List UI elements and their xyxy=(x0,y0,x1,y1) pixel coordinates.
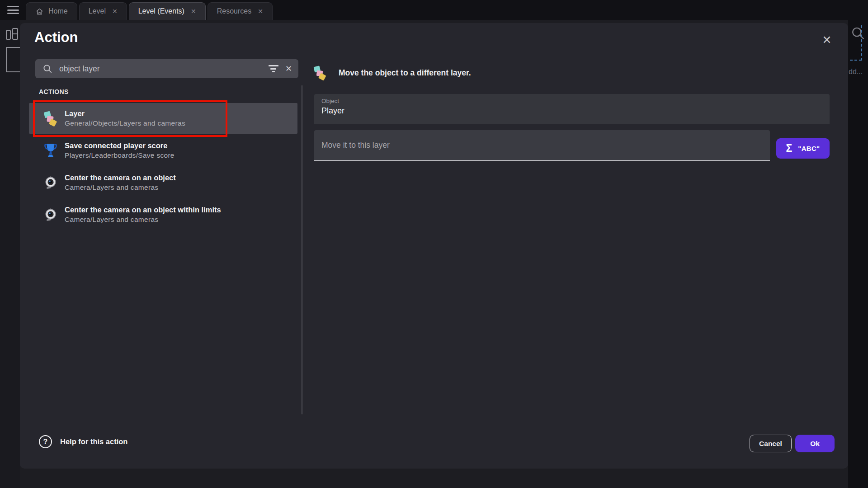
item-path: Players/Leaderboards/Save score xyxy=(65,151,175,160)
filter-icon[interactable] xyxy=(268,65,279,72)
panels-icon[interactable] xyxy=(6,28,19,40)
menu-icon[interactable] xyxy=(7,6,19,14)
dialog-title: Action xyxy=(34,29,78,46)
list-item-save-score[interactable]: Save connected player score Players/Lead… xyxy=(29,135,297,166)
layers-icon xyxy=(314,65,327,80)
help-icon: ? xyxy=(39,435,52,448)
close-icon[interactable]: ✕ xyxy=(112,8,118,15)
truncated-add-text: dd... xyxy=(849,68,868,76)
tab-home[interactable]: Home xyxy=(26,2,77,20)
trophy-icon xyxy=(43,141,58,160)
camera-icon xyxy=(43,206,58,224)
tab-label: Level (Events) xyxy=(138,7,184,15)
layers-icon xyxy=(43,109,58,127)
section-header: ACTIONS xyxy=(39,88,69,95)
list-item-center-camera-limits[interactable]: Center the camera on an object within li… xyxy=(29,199,297,230)
item-title: Center the camera on an object xyxy=(65,174,176,182)
layer-field xyxy=(314,130,770,161)
tab-level-events[interactable]: Level (Events) ✕ xyxy=(129,2,206,20)
expression-button-label: "ABC" xyxy=(798,145,820,152)
pane-divider xyxy=(302,85,302,414)
close-icon[interactable]: ✕ xyxy=(258,8,263,15)
tab-resources[interactable]: Resources ✕ xyxy=(208,2,273,20)
tab-label: Home xyxy=(48,7,68,15)
item-path: General/Objects/Layers and cameras xyxy=(65,119,185,127)
expression-editor-button[interactable]: Σ "ABC" xyxy=(776,138,830,159)
help-label: Help for this action xyxy=(60,437,127,446)
layer-field-input[interactable] xyxy=(321,141,763,150)
clear-search-icon[interactable]: ✕ xyxy=(285,64,292,74)
tab-strip: Home Level ✕ Level (Events) ✕ Resources … xyxy=(26,2,273,20)
object-field-input[interactable] xyxy=(321,106,822,116)
help-link[interactable]: ? Help for this action xyxy=(39,435,127,448)
item-title: Layer xyxy=(65,109,185,118)
tab-label: Level xyxy=(89,7,106,15)
item-title: Save connected player score xyxy=(65,141,175,150)
camera-icon xyxy=(43,174,58,192)
left-toolbar xyxy=(0,20,20,488)
close-icon[interactable]: ✕ xyxy=(819,32,835,47)
home-icon xyxy=(35,7,44,16)
list-item-layer[interactable]: Layer General/Objects/Layers and cameras xyxy=(29,103,297,134)
close-icon[interactable]: ✕ xyxy=(191,8,196,15)
gdevelop-app: Home Level ✕ Level (Events) ✕ Resources … xyxy=(0,0,868,488)
tab-level[interactable]: Level ✕ xyxy=(79,2,127,20)
cancel-button[interactable]: Cancel xyxy=(750,435,792,452)
action-dialog: Action ✕ ✕ ACTIONS Layer General/Objects… xyxy=(20,23,848,469)
tab-label: Resources xyxy=(217,7,251,15)
search-icon xyxy=(42,64,53,74)
tab-bar: Home Level ✕ Level (Events) ✕ Resources … xyxy=(0,0,868,20)
object-field: Object xyxy=(314,94,830,124)
action-search-input[interactable] xyxy=(59,64,268,74)
item-path: Camera/Layers and cameras xyxy=(65,216,221,224)
right-toolbar xyxy=(848,20,868,488)
sigma-icon: Σ xyxy=(786,143,792,154)
item-path: Camera/Layers and cameras xyxy=(65,183,176,192)
object-field-label: Object xyxy=(321,98,822,104)
action-list: Layer General/Objects/Layers and cameras… xyxy=(29,103,297,230)
action-description: Move the object to a different layer. xyxy=(339,68,471,78)
list-item-center-camera[interactable]: Center the camera on an object Camera/La… xyxy=(29,167,297,198)
item-title: Center the camera on an object within li… xyxy=(65,206,221,214)
ok-button[interactable]: Ok xyxy=(795,435,835,452)
action-description-row: Move the object to a different layer. xyxy=(313,65,471,81)
action-search: ✕ xyxy=(35,59,298,78)
